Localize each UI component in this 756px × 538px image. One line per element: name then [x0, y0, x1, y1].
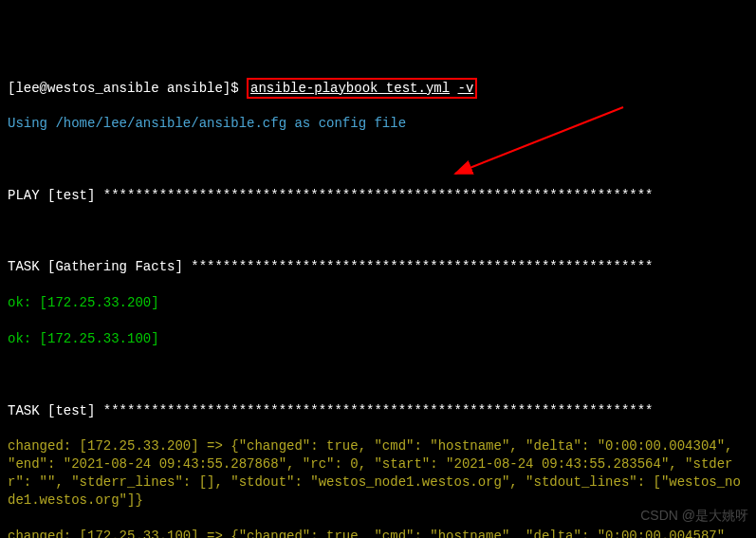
- shell-prompt-line: [lee@westos_ansible ansible]$ ansible-pl…: [8, 80, 748, 98]
- watermark: CSDN @是大姚呀: [640, 507, 748, 525]
- shell-prompt: [lee@westos_ansible ansible]$: [8, 80, 239, 98]
- config-file-line: Using /home/lee/ansible/ansible.cfg as c…: [8, 115, 748, 133]
- task-test-changed-1: changed: [172.25.33.200] => {"changed": …: [8, 437, 748, 510]
- command-flag: -v: [458, 81, 474, 96]
- command-base: ansible-playbook test.yml: [250, 81, 450, 96]
- highlight-box: ansible-playbook test.yml -v: [247, 78, 477, 100]
- play-header: PLAY [test] ****************************…: [8, 187, 748, 205]
- task-test-changed-2: changed: [172.25.33.100] => {"changed": …: [8, 528, 748, 538]
- gathering-facts-header: TASK [Gathering Facts] *****************…: [8, 258, 748, 276]
- gathering-ok-1: ok: [172.25.33.200]: [8, 294, 748, 312]
- gathering-ok-2: ok: [172.25.33.100]: [8, 330, 748, 348]
- task-test-header: TASK [test] ****************************…: [8, 402, 748, 420]
